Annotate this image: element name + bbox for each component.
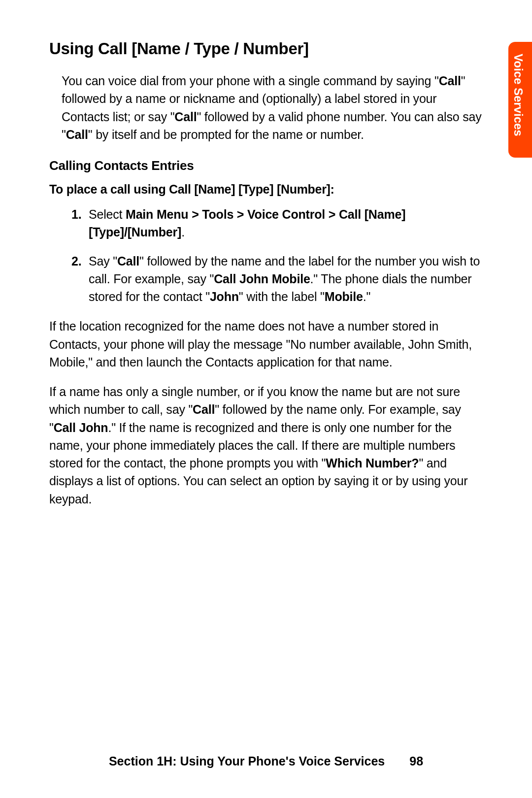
para-bold: Which Number?: [326, 456, 419, 470]
step-bold: Main Menu > Tools > Voice Control > Call…: [89, 207, 405, 239]
step-text: Select: [89, 207, 126, 221]
step-bold: John: [210, 290, 239, 303]
step-number: 1.: [71, 205, 81, 223]
step-bold: Mobile: [325, 290, 363, 303]
page-content: Using Call [Name / Type / Number] You ca…: [0, 0, 532, 549]
page-title: Using Call [Name / Type / Number]: [49, 39, 483, 58]
body-paragraph: If the location recognized for the name …: [49, 317, 483, 371]
step-item: 1. Select Main Menu > Tools > Voice Cont…: [71, 205, 483, 241]
step-bold: Call: [117, 254, 139, 268]
steps-list: 1. Select Main Menu > Tools > Voice Cont…: [71, 205, 483, 305]
page-footer: Section 1H: Using Your Phone's Voice Ser…: [0, 754, 532, 768]
intro-bold: Call: [66, 128, 88, 141]
step-item: 2. Say "Call" followed by the name and t…: [71, 252, 483, 306]
para-bold: Call: [193, 402, 215, 416]
step-number: 2.: [71, 252, 81, 270]
intro-text: You can voice dial from your phone with …: [62, 74, 439, 88]
intro-bold: Call: [439, 74, 461, 88]
subheading: Calling Contacts Entries: [49, 158, 483, 173]
step-text: .": [363, 290, 370, 303]
step-bold: Call John Mobile: [214, 272, 310, 286]
footer-section-label: Section 1H: Using Your Phone's Voice Ser…: [109, 754, 385, 768]
step-text: Say ": [89, 254, 117, 268]
para-bold: Call John: [54, 421, 108, 434]
body-paragraph: If a name has only a single number, or i…: [49, 383, 483, 508]
instruction-line: To place a call using Call [Name] [Type]…: [49, 182, 483, 197]
intro-text: " by itself and be prompted for the name…: [88, 128, 364, 141]
step-text: .: [181, 225, 185, 239]
intro-bold: Call: [174, 110, 197, 124]
step-text: " with the label ": [239, 290, 325, 303]
intro-paragraph: You can voice dial from your phone with …: [62, 72, 483, 143]
page-number: 98: [409, 754, 423, 768]
